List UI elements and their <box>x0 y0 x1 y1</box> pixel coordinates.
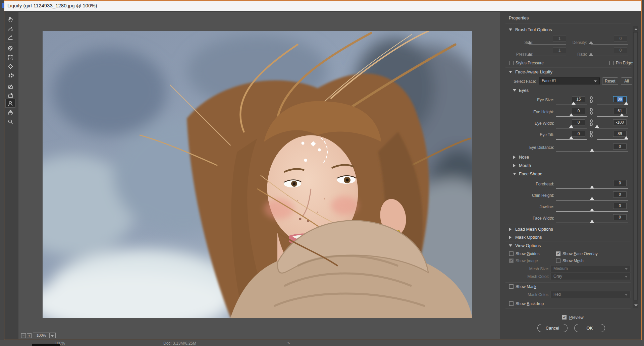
forward-warp-tool[interactable] <box>5 15 15 23</box>
eye-size-left-slider[interactable] <box>556 105 587 105</box>
face-tool[interactable] <box>5 99 15 108</box>
zoom-tool[interactable] <box>5 117 15 126</box>
section-brush-tool-options[interactable]: Brush Tool Options <box>515 27 552 32</box>
slider-thumb[interactable] <box>590 185 594 188</box>
collapse-arrow-icon[interactable] <box>509 71 512 73</box>
section-face-aware-liquify[interactable]: Face-Aware Liquify <box>515 69 552 74</box>
pucker-tool[interactable] <box>5 53 15 62</box>
slider-thumb[interactable] <box>595 125 599 128</box>
mesh-size-dropdown[interactable]: Medium <box>550 265 631 272</box>
brush-density-slider[interactable] <box>591 44 628 45</box>
slider-thumb[interactable] <box>569 125 573 128</box>
eye-height-right-slider[interactable] <box>597 116 628 117</box>
collapse-arrow-icon[interactable] <box>513 173 516 175</box>
slider-thumb[interactable] <box>528 53 532 56</box>
eye-width-right-slider[interactable] <box>597 128 628 128</box>
link-icon[interactable] <box>589 108 594 115</box>
link-icon[interactable] <box>589 96 594 103</box>
jawline-input[interactable]: 0 <box>613 203 627 209</box>
eye-distance-input[interactable]: 0 <box>613 143 627 150</box>
eye-size-right-slider[interactable] <box>597 105 628 105</box>
link-icon[interactable] <box>589 131 594 137</box>
slider-thumb[interactable] <box>624 136 628 139</box>
reset-button[interactable]: Reset <box>602 77 618 85</box>
eye-handle-bottom[interactable] <box>304 159 307 162</box>
slider-thumb[interactable] <box>569 113 573 116</box>
status-chevron[interactable]: > <box>287 341 290 346</box>
collapse-arrow-icon[interactable] <box>513 89 516 92</box>
section-nose[interactable]: Nose <box>519 155 529 160</box>
eye-width-left-input[interactable]: 0 <box>572 119 585 125</box>
section-face-shape[interactable]: Face Shape <box>519 171 542 176</box>
brush-density-input[interactable]: 0 <box>614 36 627 42</box>
chin-height-input[interactable]: 0 <box>613 191 627 197</box>
expand-arrow-icon[interactable] <box>513 164 516 167</box>
scroll-down-icon[interactable] <box>634 304 638 306</box>
slider-thumb[interactable] <box>569 136 573 139</box>
slider-thumb[interactable] <box>620 113 624 116</box>
bloat-tool[interactable] <box>5 62 15 71</box>
face-width-input[interactable]: 0 <box>613 214 627 220</box>
reconstruct-tool[interactable] <box>5 24 15 33</box>
show-guides-checkbox[interactable] <box>509 251 514 256</box>
mesh-color-dropdown[interactable]: Gray <box>550 273 631 280</box>
slider-thumb[interactable] <box>589 41 593 44</box>
smooth-tool[interactable] <box>5 33 15 42</box>
expand-arrow-icon[interactable] <box>513 156 516 159</box>
section-mask-options[interactable]: Mask Options <box>515 235 542 240</box>
push-left-tool[interactable] <box>5 71 15 80</box>
expand-arrow-icon[interactable] <box>509 236 512 239</box>
zoom-level-dropdown[interactable] <box>49 333 56 338</box>
slider-thumb[interactable] <box>590 149 594 152</box>
mask-color-dropdown[interactable]: Red <box>550 291 631 298</box>
show-mesh-checkbox[interactable] <box>556 258 560 263</box>
freeze-mask-tool[interactable] <box>5 82 15 91</box>
slider-thumb[interactable] <box>590 208 594 211</box>
brush-size-slider[interactable] <box>529 44 566 45</box>
zoom-in-button[interactable]: + <box>27 333 32 338</box>
eye-distance-slider[interactable] <box>556 152 628 152</box>
slider-thumb[interactable] <box>589 53 593 56</box>
face-width-slider[interactable] <box>556 223 628 223</box>
expand-arrow-icon[interactable] <box>509 228 512 231</box>
chin-height-slider[interactable] <box>556 200 628 200</box>
slider-thumb[interactable] <box>624 102 628 105</box>
scroll-up-icon[interactable] <box>634 28 638 30</box>
eye-width-right-input[interactable]: -100 <box>613 119 627 125</box>
slider-thumb[interactable] <box>590 197 594 200</box>
slider-thumb[interactable] <box>590 220 594 223</box>
brush-rate-input[interactable]: 0 <box>614 47 627 53</box>
all-button[interactable]: All <box>621 77 632 85</box>
photo-girl-preview[interactable] <box>43 31 472 318</box>
brush-rate-slider[interactable] <box>591 56 628 56</box>
show-image-checkbox[interactable] <box>509 258 514 263</box>
ok-button[interactable]: OK <box>574 324 605 332</box>
show-face-overlay-checkbox[interactable] <box>556 251 560 256</box>
section-load-mesh-options[interactable]: Load Mesh Options <box>515 227 553 232</box>
slider-thumb[interactable] <box>528 41 532 44</box>
show-backdrop-checkbox[interactable] <box>509 301 514 306</box>
zoom-out-button[interactable]: − <box>21 333 26 338</box>
eye-handle-right[interactable] <box>318 149 321 152</box>
brush-pressure-slider[interactable] <box>529 56 566 56</box>
hand-tool[interactable] <box>5 108 15 117</box>
eye-tilt-left-slider[interactable] <box>556 139 587 140</box>
eye-height-left-input[interactable]: 0 <box>572 108 585 114</box>
eye-handle-top[interactable] <box>302 142 305 145</box>
select-face-dropdown[interactable]: Face #1 <box>539 77 600 84</box>
section-view-options[interactable]: View Options <box>515 243 541 248</box>
eye-width-left-slider[interactable] <box>556 128 587 128</box>
eye-height-left-slider[interactable] <box>556 116 587 117</box>
jawline-slider[interactable] <box>556 211 628 212</box>
stylus-pressure-checkbox[interactable] <box>509 61 514 65</box>
twirl-clockwise-tool[interactable] <box>5 44 15 53</box>
collapse-arrow-icon[interactable] <box>509 28 512 31</box>
preview-checkbox[interactable] <box>562 315 567 320</box>
scrollbar-thumb[interactable] <box>633 32 638 300</box>
pin-edges-checkbox[interactable] <box>609 61 614 65</box>
eye-tilt-left-input[interactable]: 0 <box>572 131 585 137</box>
cancel-button[interactable]: Cancel <box>537 324 568 332</box>
slider-thumb[interactable] <box>572 102 576 105</box>
show-mask-checkbox[interactable] <box>509 284 514 289</box>
section-eyes[interactable]: Eyes <box>519 88 529 93</box>
